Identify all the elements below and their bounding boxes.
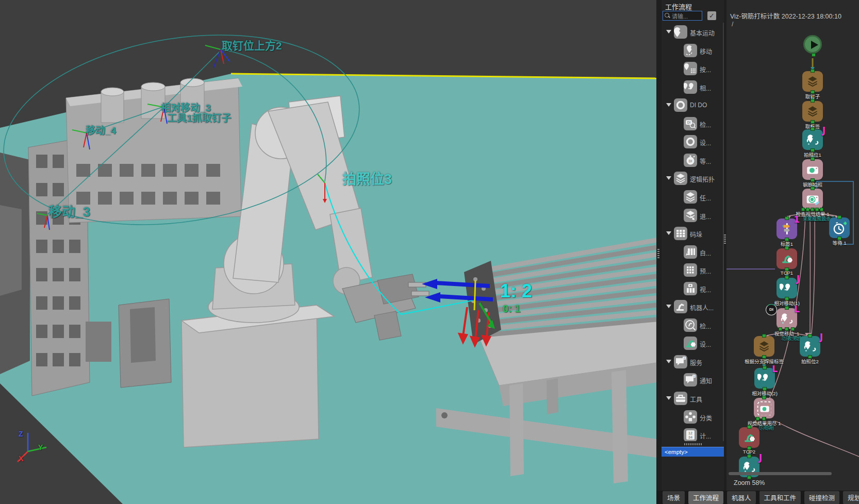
workflow-node-取钉子[interactable]: 取钉子	[802, 71, 823, 92]
canvas-horizontal-scrollbar[interactable]	[729, 472, 832, 475]
library-item-检...[interactable]: DI检...	[662, 115, 724, 133]
library-group-工具[interactable]: 工具	[662, 390, 724, 408]
output-port[interactable]	[791, 327, 795, 331]
workflow-node-等待 1[interactable]: 等待 1	[829, 217, 850, 238]
library-item-label: 机器人...	[690, 303, 714, 312]
workflow-node-相对移动(1)[interactable]: J相对移动(1)	[777, 278, 797, 298]
expand-triangle-icon[interactable]	[666, 396, 671, 400]
library-item-label: 等...	[700, 157, 711, 165]
layers-icon	[684, 190, 697, 204]
library-group-DI DO[interactable]: DI DO	[662, 97, 724, 114]
output-port[interactable]	[762, 417, 766, 421]
library-group-机器人...[interactable]: 机器人...	[662, 298, 724, 316]
workflow-canvas[interactable]: Viz-钢筋打标计数 2022-12-23 18:00:10 /	[726, 0, 859, 491]
library-item-label: 设...	[700, 340, 711, 348]
workflow-node-检查视觉结果 1[interactable]: 检查视觉结果 1有结果无结果未完成未拍照无点云	[802, 189, 823, 209]
play-button[interactable]	[803, 35, 822, 54]
library-item-设...[interactable]: 设...	[662, 133, 724, 151]
search-input[interactable]: 请输...	[663, 11, 702, 21]
workflow-node-标签1[interactable]: 1标签1	[777, 219, 797, 239]
workflow-node-钢筋拍照[interactable]: 钢筋拍照	[802, 159, 823, 180]
library-group-码垛[interactable]: 码垛	[662, 225, 724, 243]
library-item-通知[interactable]: 1通知	[662, 372, 724, 389]
expand-triangle-icon[interactable]	[666, 176, 671, 180]
search-icon	[665, 13, 670, 19]
library-scrollbar[interactable]	[723, 23, 724, 441]
workflow-node-视觉结果用尽 1[interactable]: 视觉结果用尽 1未用尽用尽	[754, 398, 774, 418]
library-item-检...[interactable]: 检...	[662, 317, 724, 334]
output-port[interactable]	[779, 327, 782, 331]
library-item-视...[interactable]: 视...	[662, 280, 724, 298]
di-search-icon: DI	[684, 117, 697, 130]
filter-checkbox[interactable]: ✓	[707, 11, 716, 20]
library-item-label: 检...	[700, 322, 711, 330]
svg-text:1: 1	[683, 357, 685, 360]
tab-机器人[interactable]: 机器人	[727, 491, 756, 504]
viewport-panel-divider[interactable]	[656, 0, 662, 504]
tab-场景[interactable]: 场景	[663, 491, 685, 504]
expand-triangle-icon[interactable]	[666, 231, 671, 235]
output-port[interactable]	[815, 208, 819, 211]
tab-碰撞检测[interactable]: 碰撞检测	[804, 491, 839, 504]
3d-scene	[0, 0, 656, 504]
library-item-等...[interactable]: DI等...	[662, 152, 724, 170]
library-item-计...[interactable]: 1234计...	[662, 427, 724, 441]
tab-规划历史[interactable]: 规划历史	[843, 491, 859, 504]
library-item-label: 工具	[690, 395, 702, 404]
library-item-退...[interactable]: 退...	[662, 207, 724, 225]
library-group-服务[interactable]: 1服务	[662, 354, 724, 371]
workflow-node-拍照位1[interactable]: J拍照位1	[802, 129, 823, 150]
node-badge: J	[797, 274, 800, 284]
svg-text:34: 34	[688, 435, 692, 439]
workflow-node-拍照位2[interactable]: J拍照位2	[800, 336, 820, 357]
node-badge: J	[820, 332, 823, 342]
library-item-移动[interactable]: 移动	[662, 42, 724, 60]
library-item-自...[interactable]: 自...	[662, 244, 724, 261]
expand-triangle-icon[interactable]	[666, 30, 671, 33]
workflow-node-相对移动(2)[interactable]: L相对移动(2)	[754, 368, 775, 389]
output-port[interactable]	[801, 208, 805, 211]
pin-path-icon	[684, 44, 697, 57]
library-item-相...[interactable]: 相...	[662, 79, 724, 96]
di-monitor-badge: DI	[766, 304, 777, 315]
expand-triangle-icon[interactable]	[666, 360, 671, 363]
library-group-逻辑拓扑[interactable]: 逻辑拓扑	[662, 170, 724, 188]
tab-工具和工件[interactable]: 工具和工件	[759, 491, 801, 504]
workflow-node-取标签[interactable]: 取标签	[802, 101, 823, 122]
output-port[interactable]	[806, 208, 810, 211]
message-icon: 1	[684, 373, 697, 387]
library-item-按...[interactable]: 按...	[662, 60, 724, 78]
output-port[interactable]	[785, 327, 788, 331]
output-port[interactable]	[756, 417, 759, 421]
svg-text:1: 1	[693, 375, 695, 378]
bottom-tab-bar: 场景工作流程机器人工具和工件碰撞检测规划历史其他	[656, 491, 859, 504]
library-item-label: DI DO	[690, 102, 707, 109]
library-item-预...[interactable]: 预...	[662, 262, 724, 279]
node-badge: L	[794, 304, 800, 314]
expand-triangle-icon[interactable]	[666, 103, 671, 107]
node-label: 拍照位2	[787, 358, 833, 365]
tab-工作流程[interactable]: 工作流程	[688, 491, 723, 504]
library-item-设...[interactable]: 设...	[662, 335, 724, 352]
output-port[interactable]	[820, 208, 823, 211]
output-port[interactable]	[811, 208, 814, 211]
3d-viewport[interactable]: 取钉位上方2相对移动_3工具1抓取钉子移动_4移动_3拍照位31: 20: 1Z…	[0, 0, 656, 504]
workflow-node-视觉移动_1[interactable]: L视觉移动_1成功规划失败其他失败	[777, 308, 797, 329]
library-item-分类[interactable]: 分类	[662, 409, 724, 426]
search-placeholder: 请输...	[672, 12, 688, 20]
di-timer-icon: DI	[684, 154, 697, 167]
library-bottom-handle-icon[interactable]	[684, 443, 703, 445]
node-label: 等待 1	[816, 239, 859, 246]
divider-handle-icon[interactable]	[657, 249, 659, 258]
workflow-node-TCP1[interactable]: TCP1	[777, 248, 797, 269]
port-label: 用尽	[764, 426, 773, 431]
library-item-任...[interactable]: 任...	[662, 189, 724, 206]
expand-triangle-icon[interactable]	[666, 305, 671, 308]
workflow-node-根据分支焊接标签[interactable]: 根据分支焊接标签	[754, 336, 774, 357]
divider-handle-icon[interactable]	[724, 234, 726, 244]
library-group-基本运动[interactable]: 基本运动	[662, 24, 724, 41]
empty-selection-bar[interactable]: <empty>	[662, 447, 724, 457]
workflow-node-TCP2[interactable]: TCP2	[739, 427, 759, 448]
node-label: TCP1	[764, 270, 810, 276]
ring-icon	[674, 98, 687, 112]
